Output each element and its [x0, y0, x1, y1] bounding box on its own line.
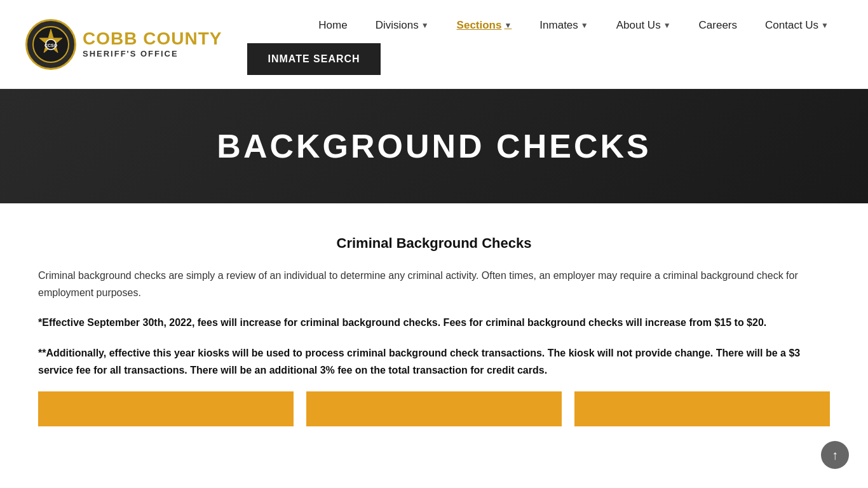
nav-inmates[interactable]: Inmates ▼ [526, 14, 602, 37]
logo-title: COBB COUNTY [83, 30, 222, 48]
svg-text:CCSO: CCSO [44, 43, 58, 48]
main-content: Criminal Background Checks Criminal back… [0, 203, 868, 445]
inmates-dropdown-arrow: ▼ [581, 21, 588, 30]
orange-button-1[interactable] [38, 391, 294, 426]
body-paragraph-3: **Additionally, effective this year kios… [38, 344, 830, 379]
orange-button-2[interactable] [306, 391, 562, 426]
body-paragraph-1: Criminal background checks are simply a … [38, 267, 830, 301]
logo-county: COBB COUNTY [83, 29, 222, 48]
nav-contact-us[interactable]: Contact Us ▼ [751, 14, 843, 37]
nav-home[interactable]: Home [304, 14, 361, 37]
logo-icon: CCSO [25, 19, 76, 70]
nav-area: Home Divisions ▼ Sections ▼ Inmates ▼ Ab… [247, 14, 843, 75]
page-title: BACKGROUND CHECKS [0, 127, 868, 165]
nav-about-us[interactable]: About Us ▼ [602, 14, 685, 37]
logo-subtitle: SHERIFF'S OFFICE [83, 49, 222, 58]
nav-bottom: INMATE SEARCH [247, 43, 843, 75]
inmate-search-button[interactable]: INMATE SEARCH [247, 43, 380, 75]
body-paragraph-2: *Effective September 30th, 2022, fees wi… [38, 314, 830, 331]
divisions-dropdown-arrow: ▼ [421, 21, 429, 30]
header: CCSO COBB COUNTY SHERIFF'S OFFICE Home D… [0, 0, 868, 89]
hero-banner: BACKGROUND CHECKS [0, 89, 868, 203]
section-heading: Criminal Background Checks [38, 235, 830, 252]
orange-button-3[interactable] [574, 391, 830, 426]
main-nav: Home Divisions ▼ Sections ▼ Inmates ▼ Ab… [247, 14, 843, 43]
nav-sections[interactable]: Sections ▼ [443, 14, 526, 37]
logo-text: COBB COUNTY SHERIFF'S OFFICE [83, 30, 222, 58]
sections-dropdown-arrow: ▼ [504, 21, 512, 30]
nav-divisions[interactable]: Divisions ▼ [362, 14, 443, 37]
nav-careers[interactable]: Careers [685, 14, 751, 37]
orange-buttons-row [38, 391, 830, 426]
logo-area: CCSO COBB COUNTY SHERIFF'S OFFICE [25, 19, 222, 70]
about-dropdown-arrow: ▼ [663, 21, 671, 30]
contact-dropdown-arrow: ▼ [821, 21, 829, 30]
